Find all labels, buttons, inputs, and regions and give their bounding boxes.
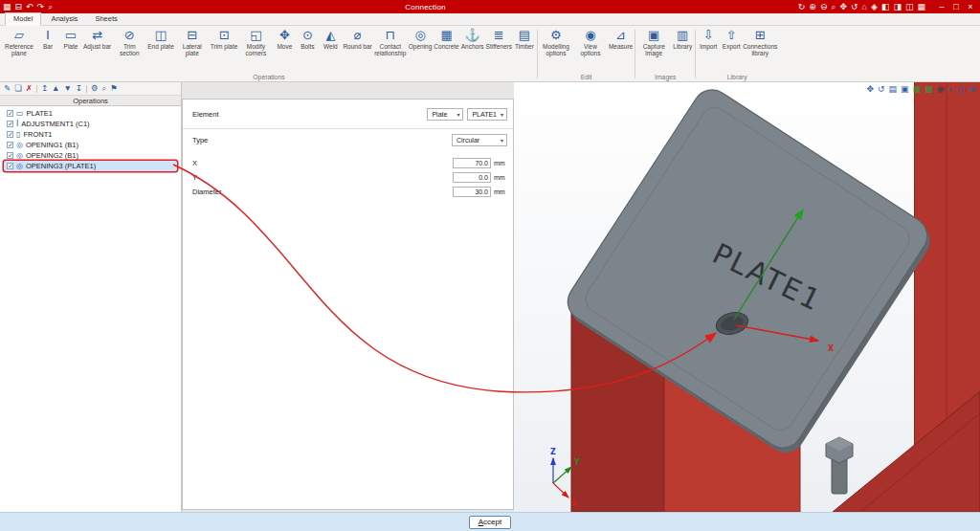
close-button[interactable]: × (964, 1, 977, 12)
zoom-out-icon[interactable]: ⊖ (820, 2, 828, 11)
app-logo-icon[interactable]: ▦ (3, 2, 11, 11)
y-label: Y (192, 173, 453, 182)
settings-icon[interactable]: ⚙ (91, 84, 99, 93)
opening-button[interactable]: ◎Opening (408, 27, 434, 50)
measure-button[interactable]: ⊿Measure (608, 27, 634, 50)
zoom-window-icon[interactable]: ⌕ (831, 2, 835, 11)
minimize-button[interactable]: – (935, 1, 948, 12)
weld-button[interactable]: ◭Weld (319, 27, 342, 50)
ribbon-group-caption: Operations (2, 72, 536, 81)
library-button[interactable]: ▥Library (671, 27, 694, 50)
tab-sheets[interactable]: Sheets (87, 13, 124, 25)
delete-icon[interactable]: ✗ (26, 84, 33, 93)
rotate-view-icon[interactable]: ↺ (878, 84, 885, 94)
tree-item-adjustment1-c1[interactable]: ✓ⅠADJUSTMENT1 (C1) (4, 119, 177, 129)
tree-item-plate1[interactable]: ✓▭PLATE1 (4, 108, 177, 119)
type-select[interactable]: Circular ▾ (452, 134, 507, 146)
ribbon-button-label: Timber (515, 43, 534, 50)
export-button[interactable]: ⇧Export (720, 27, 743, 50)
stiffeners-button[interactable]: ≣Stiffeners (485, 27, 513, 50)
checkbox[interactable]: ✓ (7, 110, 13, 117)
pan-icon[interactable]: ✥ (839, 2, 847, 11)
shading-icon[interactable]: ◐ (948, 84, 953, 94)
tree-item-opening1-b1[interactable]: ✓◎OPENING1 (B1) (4, 140, 177, 150)
element-name-select[interactable]: PLATE1 ▾ (467, 108, 507, 121)
reference-plane-button[interactable]: ▱Reference plane (2, 27, 36, 56)
x-axis-label: X (828, 344, 835, 353)
perspective-icon[interactable]: ◈ (871, 2, 878, 11)
capture-image-button[interactable]: ▣Capture image (636, 27, 671, 56)
checkbox[interactable]: ✓ (7, 131, 13, 138)
save-icon[interactable]: ⊟ (15, 2, 23, 11)
checkbox[interactable]: ✓ (7, 142, 13, 148)
tree-item-front1[interactable]: ✓▯FRONT1 (4, 129, 177, 140)
grid-icon[interactable]: ▦ (913, 84, 922, 94)
y-input[interactable] (453, 172, 491, 183)
ribbon-separator (635, 30, 635, 78)
move-button[interactable]: ✥Move (273, 27, 296, 50)
tab-analysis[interactable]: Analysis (43, 13, 85, 25)
maximize-button[interactable]: □ (949, 1, 963, 12)
undo-icon[interactable]: ↶ (26, 2, 33, 11)
move-down-icon[interactable]: ▼ (63, 84, 71, 93)
print-icon[interactable]: ▤ (889, 84, 898, 94)
zoom-in-icon[interactable]: ⊕ (809, 2, 816, 11)
tree-item-opening2-b1[interactable]: ✓◎OPENING2 (B1) (4, 150, 177, 161)
flag-icon[interactable]: ⚑ (110, 84, 118, 93)
bar-button[interactable]: ⅠBar (36, 27, 59, 50)
bolts-button[interactable]: ⊙Bolts (296, 27, 319, 50)
connections-library-icon: ⊞ (755, 28, 766, 43)
zoom-icon[interactable]: ⌕ (48, 2, 53, 11)
home-view-icon[interactable]: ⌂ (862, 2, 867, 11)
layout-grid-icon[interactable]: ▦ (917, 2, 925, 11)
ribbon-button-label: Bar (43, 43, 53, 50)
trim-plate-button[interactable]: ⊡Trim plate (210, 27, 239, 50)
info-icon[interactable]: ⊕ (969, 84, 976, 94)
plate-button[interactable]: ▭Plate (59, 27, 82, 50)
concrete-button[interactable]: ▦Concrete (433, 27, 459, 50)
adjust-bar-button[interactable]: ⇄Adjust bar (82, 27, 112, 50)
diameter-input[interactable] (453, 187, 491, 197)
layout-right-icon[interactable]: ◨ (893, 2, 902, 11)
orientation-icon[interactable]: ✥ (866, 84, 874, 94)
layout-split-icon[interactable]: ◫ (905, 2, 914, 11)
3d-viewport-canvas[interactable]: PLATE1 (514, 82, 980, 512)
layout-left-icon[interactable]: ◧ (881, 2, 890, 11)
import-button[interactable]: ⇩Import (697, 27, 720, 50)
search-icon[interactable]: ⌕ (102, 84, 107, 93)
contact-relationship-button[interactable]: ⊓Contact relationship (373, 27, 408, 56)
refresh-icon[interactable]: ↻ (798, 2, 806, 11)
tab-model[interactable]: Model (5, 12, 41, 26)
anchors-button[interactable]: ⚓Anchors (460, 27, 485, 50)
modify-corners-button[interactable]: ◱Modify corners (238, 27, 273, 56)
accept-button[interactable]: Accept (469, 516, 511, 529)
x-label: X (192, 159, 453, 167)
orbit-icon[interactable]: ↺ (851, 2, 858, 11)
checkbox[interactable]: ✓ (7, 121, 13, 127)
checkbox[interactable]: ✓ (7, 152, 13, 159)
panels-icon[interactable]: ◫ (957, 84, 966, 94)
view-options-button[interactable]: ◉View options (573, 27, 608, 56)
x-input[interactable] (453, 158, 491, 168)
y-row: Y mm (183, 170, 513, 185)
move-bottom-icon[interactable]: ↧ (76, 84, 82, 93)
modelling-options-button[interactable]: ⚙Modelling options (539, 27, 573, 56)
checkbox[interactable]: ✓ (7, 163, 13, 169)
copy-icon[interactable]: ❏ (14, 84, 22, 93)
edit-icon[interactable]: ✎ (4, 84, 11, 93)
connections-library-button[interactable]: ⊞Connections library (743, 27, 777, 56)
element-type-select[interactable]: Plate ▾ (427, 108, 463, 121)
3d-viewport[interactable]: PLATE1 (514, 82, 980, 512)
screenshot-icon[interactable]: ▣ (901, 84, 909, 94)
visibility-icon[interactable]: ◉ (937, 84, 945, 94)
mesh-icon[interactable]: ▩ (924, 84, 933, 94)
lateral-plate-button[interactable]: ⊟Lateral plate (175, 27, 210, 56)
trim-section-button[interactable]: ⊘Trim section (112, 27, 146, 56)
tree-item-opening3-plate1[interactable]: ✓◎OPENING3 (PLATE1) (4, 161, 177, 171)
round-bar-button[interactable]: ⌀Round bar (342, 27, 372, 50)
redo-icon[interactable]: ↷ (37, 2, 45, 11)
move-up-icon[interactable]: ▲ (52, 84, 59, 93)
move-top-icon[interactable]: ↥ (41, 84, 48, 93)
end-plate-button[interactable]: ◫End plate (146, 27, 174, 50)
timber-button[interactable]: ▤Timber (513, 27, 536, 50)
